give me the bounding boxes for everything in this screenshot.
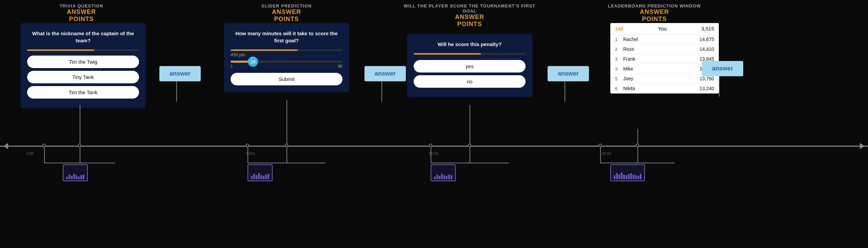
waveform-bar (616, 173, 618, 179)
lb-rank-5: 5 (615, 76, 623, 81)
slider-conn-h (248, 163, 326, 163)
leaderboard-subtitle: ANSWER POINTS (608, 8, 701, 23)
waveform-box-4 (610, 164, 645, 181)
penalty-answer-area: answer (548, 66, 589, 102)
leaderboard-header: LEADERBOARD PREDICTION WINDOW ANSWER POI… (608, 3, 701, 23)
waveform-bar (441, 174, 443, 179)
waveform-bar (618, 174, 620, 179)
trivia-connector-v-down2 (44, 146, 45, 163)
trivia-answer-btn[interactable]: answer (159, 66, 201, 81)
waveform-bar (630, 173, 632, 179)
penalty-connector-v (470, 105, 470, 146)
leaderboard-title: LEADERBOARD PREDICTION WINDOW (608, 3, 701, 8)
lb-tick-dot2 (598, 144, 602, 147)
lb-name-6: Nikita (623, 86, 699, 91)
lb-conn-h (600, 163, 675, 163)
slider-submit-btn[interactable]: Submit (231, 73, 342, 85)
trivia-connector-v-down (80, 146, 80, 163)
lb-rank-2: 2 (615, 47, 623, 52)
lb-answer-connector-v (719, 76, 719, 97)
leaderboard-row-1: 1 Rachel 14,675 (610, 35, 719, 44)
waveform-box-2 (248, 164, 273, 181)
lb-connector-v (637, 129, 638, 146)
waveform-bar (66, 177, 68, 179)
waveform-bar (73, 174, 75, 179)
timeline-arrow-right (860, 143, 865, 149)
waveform-bar (80, 175, 82, 179)
waveform-bar (635, 175, 637, 179)
waveform-bar (633, 174, 634, 179)
penalty-conn-h (431, 163, 509, 163)
penalty-conn-down (470, 146, 470, 163)
waveform-bar (251, 176, 253, 179)
timeline-line (0, 146, 868, 147)
trivia-answer-area: answer (159, 66, 201, 102)
trivia-connector-h-down (44, 163, 115, 163)
lb-answer-area: answer (702, 61, 743, 97)
waveform-bar (83, 174, 84, 179)
trivia-tick-label: 0:00 (26, 151, 34, 156)
slider-subtitle: ANSWER POINTS (261, 8, 312, 23)
trivia-option-1[interactable]: Tim the Twig (27, 56, 139, 68)
lb-name-5: Joey (623, 76, 699, 81)
waveform-bar (626, 175, 627, 179)
slider-title: SLIDER PREDICTION (261, 3, 312, 8)
penalty-card: Will he score this penalty? yes no (407, 34, 532, 97)
slider-tick-dot2 (246, 144, 249, 147)
trivia-option-3[interactable]: Tim the Tank (27, 86, 139, 99)
trivia-header: TRIVIA QUESTION ANSWER POINTS (60, 3, 103, 23)
section-trivia: TRIVIA QUESTION ANSWER POINTS What is th… (10, 0, 153, 25)
penalty-answer-connector-v (565, 81, 565, 102)
penalty-question: Will he score this penalty? (414, 41, 526, 48)
waveform-bar (448, 174, 450, 179)
trivia-answer-connector-v (176, 81, 177, 102)
waveform-bar (640, 174, 642, 179)
lb-score-2: 14,410 (699, 46, 714, 52)
waveform-bar (253, 174, 255, 179)
trivia-progress-bar (27, 49, 139, 51)
leaderboard-you-name: You (658, 26, 667, 32)
penalty-header: WILL THE PLAYER SCORE THE TOURNAMENT'S F… (397, 3, 542, 28)
lb-conn-down (637, 146, 638, 163)
trivia-connector-v (80, 105, 80, 146)
slider-answer-area: answer (364, 66, 406, 102)
waveform-bar (623, 174, 625, 179)
waveform-bar (78, 177, 80, 179)
leaderboard-row-2: 2 Ross 14,410 (610, 44, 719, 54)
slider-conn-down2 (248, 146, 248, 163)
penalty-option-2[interactable]: no (414, 75, 526, 88)
trivia-title: TRIVIA QUESTION (60, 3, 103, 8)
waveform-box-3 (431, 164, 456, 181)
lb-conn-down2 (600, 146, 601, 163)
waveform-bar (68, 174, 70, 179)
waveform-bar (258, 173, 260, 179)
slider-track[interactable]: 19 (231, 61, 342, 63)
slider-labels: 1 90 (231, 64, 342, 69)
lb-name-4: Mike (623, 66, 699, 71)
trivia-option-2[interactable]: Tiny Tank (27, 71, 139, 83)
trivia-question: What is the nickname of the captain of t… (27, 30, 139, 44)
trivia-subtitle: ANSWER POINTS (60, 8, 103, 23)
lb-answer-btn[interactable]: answer (702, 61, 743, 76)
waveform-bar (268, 174, 269, 179)
lb-name-3: Frank (623, 56, 699, 62)
penalty-answer-btn[interactable]: answer (548, 66, 589, 81)
leaderboard-you-score: 3,515 (701, 26, 714, 32)
waveform-bar (265, 174, 267, 179)
penalty-title: WILL THE PLAYER SCORE THE TOURNAMENT'S F… (397, 3, 542, 14)
slider-question: How many minutes will it take to score t… (231, 30, 342, 44)
waveform-bar (436, 174, 438, 179)
waveform-bar (434, 177, 436, 179)
waveform-bar (260, 175, 262, 179)
slider-answer-btn[interactable]: answer (364, 66, 406, 81)
section-leaderboard: LEADERBOARD PREDICTION WINDOW ANSWER POI… (583, 0, 726, 25)
lb-rank-4: 3 (615, 66, 623, 71)
waveform-bar (76, 175, 77, 179)
penalty-option-1[interactable]: yes (414, 60, 526, 73)
section-slider: SLIDER PREDICTION ANSWER POINTS How many… (214, 0, 359, 25)
slider-thumb[interactable]: 19 (248, 57, 258, 67)
trivia-tick-dot2 (42, 144, 46, 147)
waveform-bar (443, 175, 445, 179)
lb-rank-3: 3 (615, 57, 623, 62)
slider-connector-v (287, 100, 287, 146)
